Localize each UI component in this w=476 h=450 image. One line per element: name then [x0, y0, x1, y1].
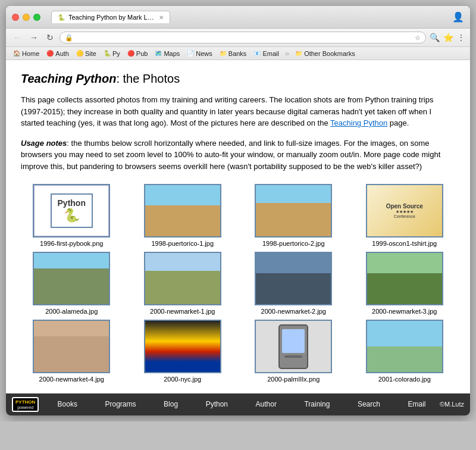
footer-logo-text: PYTHON	[15, 399, 35, 405]
bookmark-py-label: Py	[112, 50, 120, 57]
menu-icon[interactable]: ⋮	[457, 33, 465, 42]
bookmark-maps[interactable]: 🗺️ Maps	[152, 49, 182, 58]
bookmark-py[interactable]: 🐍 Py	[101, 49, 123, 58]
pub-icon: 🔴	[127, 50, 134, 57]
bookmark-icon[interactable]: ⭐	[443, 33, 453, 42]
photo-thumbnail[interactable]	[33, 320, 110, 373]
footer-nav-item[interactable]: Training	[300, 399, 333, 410]
bookmark-other[interactable]: 📁 Other Bookmarks	[293, 49, 358, 58]
photo-item[interactable]: 2000-palmIIIx.png	[243, 320, 345, 383]
maximize-button[interactable]	[33, 14, 40, 21]
bookmark-other-label: Other Bookmarks	[304, 50, 355, 57]
home-icon: 🏠	[13, 50, 20, 57]
bookmark-email-label: Email	[262, 50, 279, 57]
photo-item[interactable]: 2000-nyc.jpg	[132, 320, 234, 383]
photo-item[interactable]: 2000-newmarket-4.jpg	[21, 320, 123, 383]
nav-bar: ← → ↻ 🔒 www.learning-python.com/trnpix/i…	[6, 29, 470, 47]
intro-text-after-link: page.	[387, 118, 409, 127]
title-bar: 🐍 Teaching Python by Mark Lutz ✕ 👤	[6, 6, 470, 29]
footer-nav-item[interactable]: Author	[252, 399, 280, 410]
page-content: Teaching Python: the Photos This page co…	[6, 60, 470, 393]
teaching-python-link[interactable]: Teaching Python	[330, 118, 387, 127]
photo-item[interactable]: 2000-newmarket-3.jpg	[354, 252, 456, 315]
photo-label: 1998-puertorico-2.jpg	[262, 240, 325, 247]
photo-item[interactable]: 2000-newmarket-1.jpg	[132, 252, 234, 315]
lock-icon: 🔒	[65, 34, 73, 42]
bookmark-site[interactable]: 🟡 Site	[74, 49, 99, 58]
tab-close-icon[interactable]: ✕	[159, 14, 164, 21]
search-icon[interactable]: 🔍	[430, 33, 440, 42]
bookmark-maps-label: Maps	[164, 50, 180, 57]
photo-label: 2000-alameda.jpg	[45, 308, 98, 315]
photo-thumbnail[interactable]	[366, 252, 443, 305]
browser-tab[interactable]: 🐍 Teaching Python by Mark Lutz ✕	[51, 11, 170, 23]
py-icon: 🐍	[104, 50, 111, 57]
photo-label: 2000-newmarket-2.jpg	[261, 308, 326, 315]
photo-label: 2001-colorado.jpg	[378, 376, 431, 383]
back-button[interactable]: ←	[11, 32, 24, 43]
photo-item[interactable]: 1998-puertorico-1.jpg	[132, 184, 234, 247]
photo-label: 2000-newmarket-3.jpg	[372, 308, 437, 315]
bookmark-email[interactable]: 📧 Email	[251, 49, 281, 58]
footer-nav-item[interactable]: Python	[202, 399, 231, 410]
news-icon: 📄	[187, 50, 194, 57]
footer-logo-subtext: powered	[15, 405, 35, 410]
photo-thumbnail[interactable]	[144, 252, 221, 305]
minimize-button[interactable]	[23, 14, 30, 21]
bookmark-star-icon[interactable]: ☆	[415, 34, 421, 42]
footer-credit: ©M.Lutz	[440, 401, 464, 408]
photo-item[interactable]: Python 🐍 1996-first-pybook.png	[21, 184, 123, 247]
browser-window: 🐍 Teaching Python by Mark Lutz ✕ 👤 ← → ↻…	[6, 6, 470, 415]
photo-thumbnail[interactable]	[366, 320, 443, 373]
photo-label: 2000-nyc.jpg	[164, 376, 201, 383]
bookmark-banks[interactable]: 📁 Banks	[217, 49, 249, 58]
bookmark-pub[interactable]: 🔴 Pub	[125, 49, 151, 58]
maps-icon: 🗺️	[155, 50, 162, 57]
nav-extra-icons: 🔍 ⭐ ⋮	[430, 33, 465, 42]
auth-icon: 🔴	[46, 50, 54, 57]
footer-nav-item[interactable]: Books	[54, 399, 81, 410]
footer-nav-item[interactable]: Programs	[102, 399, 140, 410]
tab-bar: 🐍 Teaching Python by Mark Lutz ✕	[51, 11, 447, 23]
photo-thumbnail[interactable]	[33, 252, 110, 305]
photo-grid: Python 🐍 1996-first-pybook.png1998-puert…	[21, 184, 455, 383]
other-bookmarks-icon: 📁	[295, 50, 302, 57]
photo-thumbnail[interactable]	[255, 184, 332, 238]
address-bar[interactable]: 🔒 www.learning-python.com/trnpix/index.h…	[60, 32, 426, 43]
page-footer: PYTHON powered BooksProgramsBlogPythonAu…	[6, 393, 470, 415]
photo-item[interactable]: 2000-newmarket-2.jpg	[243, 252, 345, 315]
photo-item[interactable]: 1998-puertorico-2.jpg	[243, 184, 345, 247]
photo-item[interactable]: 2001-colorado.jpg	[354, 320, 456, 383]
bookmark-home[interactable]: 🏠 Home	[11, 49, 42, 58]
footer-nav: BooksProgramsBlogPythonAuthorTrainingSea…	[43, 399, 440, 410]
bookmark-pub-label: Pub	[136, 50, 148, 57]
bookmark-news[interactable]: 📄 News	[184, 49, 215, 58]
photo-thumbnail[interactable]: Open Source ★★★★★ Conference	[366, 184, 443, 238]
close-button[interactable]	[12, 14, 19, 21]
email-bm-icon: 📧	[253, 50, 261, 57]
photo-thumbnail[interactable]	[144, 320, 221, 373]
photo-thumbnail[interactable]: Python 🐍	[33, 184, 110, 238]
banks-icon: 📁	[220, 50, 227, 57]
refresh-button[interactable]: ↻	[44, 32, 56, 43]
bookmark-auth[interactable]: 🔴 Auth	[44, 49, 71, 58]
photo-label: 2000-palmIIIx.png	[267, 376, 320, 383]
photo-thumbnail[interactable]	[144, 184, 221, 238]
photo-label: 1996-first-pybook.png	[40, 240, 103, 247]
bookmarks-bar: 🏠 Home 🔴 Auth 🟡 Site 🐍 Py 🔴 Pub 🗺️ Maps …	[6, 47, 470, 60]
photo-label: 2000-newmarket-4.jpg	[39, 376, 104, 383]
footer-nav-item[interactable]: Blog	[160, 399, 181, 410]
forward-button[interactable]: →	[27, 32, 40, 43]
photo-item[interactable]: Open Source ★★★★★ Conference 1999-oscon1…	[354, 184, 456, 247]
usage-note-paragraph: Usage notes: the thumbs below scroll hor…	[21, 138, 455, 173]
footer-nav-item[interactable]: Search	[354, 399, 384, 410]
photo-item[interactable]: 2000-alameda.jpg	[21, 252, 123, 315]
page-title-rest: : the Photos	[116, 72, 180, 85]
user-profile-icon[interactable]: 👤	[452, 11, 464, 23]
photo-thumbnail[interactable]	[255, 252, 332, 305]
usage-note-label: Usage notes	[21, 139, 67, 148]
url-input[interactable]: www.learning-python.com/trnpix/index.htm…	[76, 33, 412, 42]
footer-nav-item[interactable]: Email	[405, 399, 430, 410]
bookmark-separator: »	[285, 49, 289, 58]
photo-thumbnail[interactable]	[255, 320, 332, 373]
